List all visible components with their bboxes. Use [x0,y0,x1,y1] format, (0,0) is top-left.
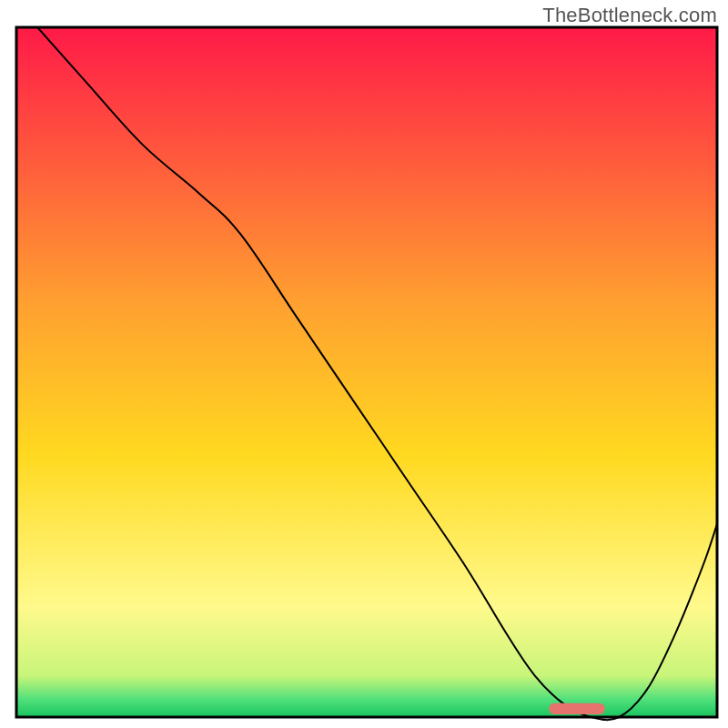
optimal-range-marker [549,703,605,714]
watermark-text: TheBottleneck.com [542,4,717,27]
plot-background [16,27,717,717]
chart-container: TheBottleneck.com [0,0,728,728]
bottleneck-chart [0,0,728,728]
